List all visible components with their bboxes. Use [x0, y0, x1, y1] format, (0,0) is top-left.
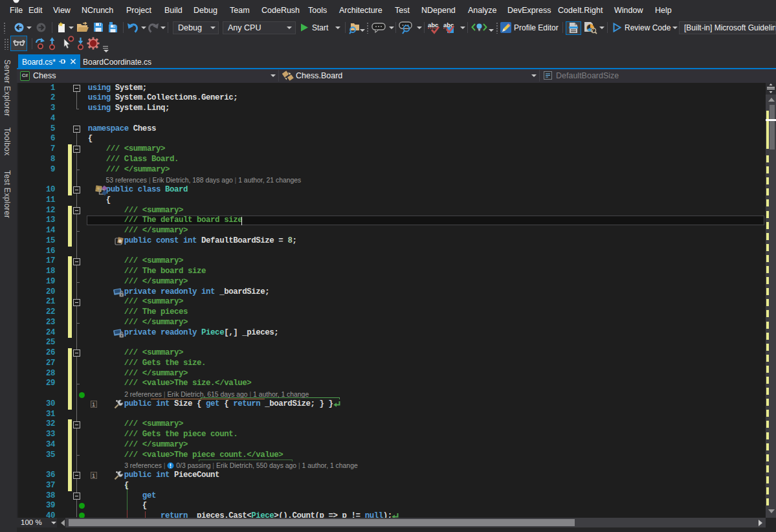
svg-text:abc: abc [428, 21, 438, 28]
